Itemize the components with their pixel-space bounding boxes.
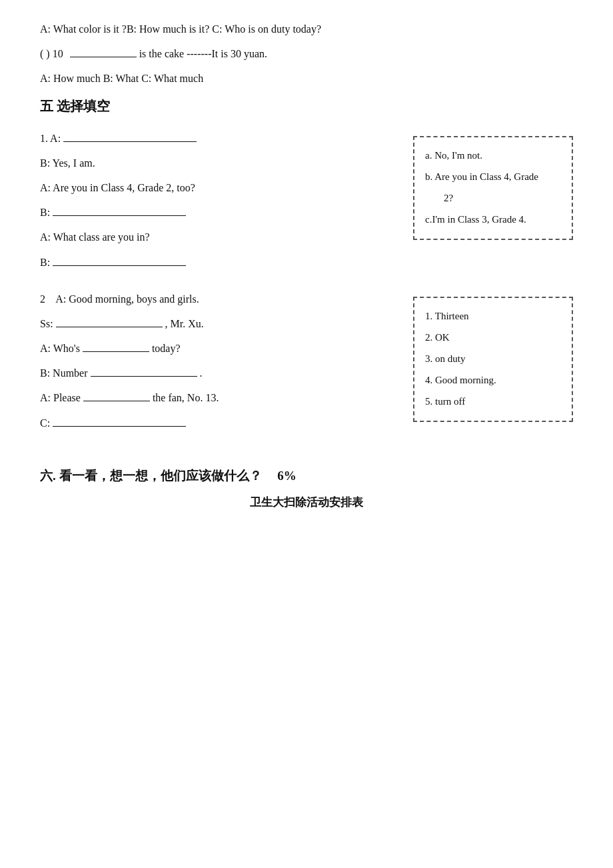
ex2-a2-suffix: today? [152,339,181,357]
intro-options-text: A: How much B: What C: What much [40,73,203,84]
section5-header: 五 选择填空 [40,95,573,117]
ex1-line-a1: 1. A: [40,129,393,147]
exercise2-block: 2 A: Good morning, boys and girls. Ss: ,… [40,290,573,439]
ex2-ss-suffix: , Mr. Xu. [165,315,204,333]
intro-section: A: What color is it ?B: How much is it? … [40,20,573,88]
ex1-option-c: c.I'm in Class 3, Grade 4. [425,209,561,229]
exercise1-block: 1. A: B: Yes, I am. A: Are you in Class … [40,129,573,278]
intro-options-line: A: How much B: What C: What much [40,69,573,87]
ex2-line-a1: 2 A: Good morning, boys and girls. [40,290,393,308]
ex1-option-b: b. Are you in Class 4, Grade [425,167,561,187]
ex2-line-a3: A: Please the fan, No. 13. [40,389,393,407]
ex1-line-a2: A: Are you in Class 4, Grade 2, too? [40,179,393,197]
fill-in-line: ( ) 10 is the cake -------It is 30 yuan. [40,45,573,63]
ex1-line-b2: B: [40,203,393,221]
ex2-option-1: 1. Thirteen [425,306,561,326]
section6-subtitle: 卫生大扫除活动安排表 [40,493,573,513]
ex1-a2-text: A: Are you in Class 4, Grade 2, too? [40,182,195,193]
ex2-option-5: 5. turn off [425,391,561,411]
ex2-label: 2 [40,293,45,305]
ex2-b-suffix: . [200,364,203,382]
exercise2-left: 2 A: Good morning, boys and girls. Ss: ,… [40,290,393,439]
section6: 六. 看一看，想一想，他们应该做什么？ 6% 卫生大扫除活动安排表 [40,465,573,513]
ex2-option-2: 2. OK [425,327,561,347]
ex1-b3-label: B: [40,253,50,271]
ex2-b-prefix: B: Number [40,364,88,382]
ex1-line-b1: B: Yes, I am. [40,154,393,172]
ex2-a1-text: A: Good morning, boys and girls. [55,293,199,305]
ex1-option-a: a. No, I'm not. [425,145,561,165]
fill-suffix: is the cake -------It is 30 yuan. [139,45,267,63]
ex2-a3-suffix: the fan, No. 13. [153,389,219,407]
ex1-b2-label: B: [40,203,50,221]
ex1-blank-b3[interactable] [53,255,186,266]
ex1-line-b3: B: [40,253,393,271]
intro-question-line: A: What color is it ?B: How much is it? … [40,20,573,38]
ex2-a3-prefix: A: Please [40,389,81,407]
ex2-blank-a2[interactable] [83,341,149,352]
ex1-blank-a1[interactable] [63,131,197,142]
ex2-line-b: B: Number . [40,364,393,382]
section5: 五 选择填空 1. A: B: Yes, I am. A: Are you in… [40,95,573,439]
fill-prefix: ( ) 10 [40,45,63,63]
ex1-a1-label: 1. A: [40,129,61,147]
exercise1-left: 1. A: B: Yes, I am. A: Are you in Class … [40,129,393,278]
ex2-c-label: C: [40,414,50,432]
ex2-line-a2: A: Who's today? [40,339,393,357]
ex1-option-b2: 2? [425,188,561,208]
fill-blank[interactable] [70,47,137,57]
exercise1-options-box: a. No, I'm not. b. Are you in Class 4, G… [413,136,573,240]
ex1-b1-text: B: Yes, I am. [40,157,95,169]
ex2-blank-c[interactable] [53,416,186,427]
ex2-line-ss: Ss: , Mr. Xu. [40,315,393,333]
ex2-blank-a3[interactable] [83,391,150,401]
ex2-ss-label: Ss: [40,315,53,333]
exercise2-options-box: 1. Thirteen 2. OK 3. on duty 4. Good mor… [413,297,573,422]
ex2-blank-ss[interactable] [56,317,163,327]
ex2-line-c: C: [40,414,393,432]
ex2-a2-prefix: A: Who's [40,339,80,357]
section6-header: 六. 看一看，想一想，他们应该做什么？ 6% [40,465,573,487]
intro-question-text: A: What color is it ?B: How much is it? … [40,23,321,35]
ex2-option-3: 3. on duty [425,349,561,369]
ex1-line-a3: A: What class are you in? [40,228,393,246]
ex2-option-4: 4. Good morning. [425,370,561,390]
ex2-blank-b[interactable] [91,366,197,377]
ex1-a3-text: A: What class are you in? [40,231,150,243]
section6-header-text: 六. 看一看，想一想，他们应该做什么？ [40,469,262,483]
ex1-blank-b2[interactable] [53,205,186,216]
section6-percent: 6% [277,469,297,483]
